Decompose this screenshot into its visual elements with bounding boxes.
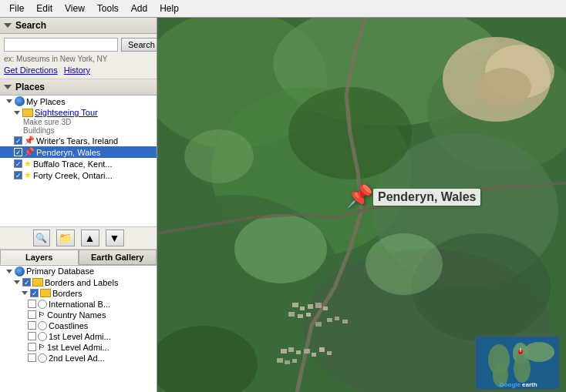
checkbox-country-names[interactable] <box>28 310 36 319</box>
expand-icon <box>14 111 20 115</box>
svg-point-11 <box>234 214 327 283</box>
layers-international[interactable]: International B... <box>0 299 157 310</box>
layers-coastlines[interactable]: Coastlines <box>0 320 157 331</box>
menu-add[interactable]: Add <box>125 2 153 15</box>
svg-rect-33 <box>312 353 316 357</box>
svg-rect-31 <box>296 350 301 354</box>
checkbox-international[interactable] <box>28 300 36 308</box>
svg-point-44 <box>524 342 554 362</box>
menu-bar: File Edit View Tools Add Help <box>0 0 566 18</box>
layers-1st-admin-circle[interactable]: 1st Level Admi... <box>0 331 157 342</box>
map-location-pin: 📌 <box>346 183 373 209</box>
svg-rect-20 <box>315 303 322 308</box>
layers-borders-labels[interactable]: Borders and Labels <box>0 277 157 288</box>
checkbox-borders-labels[interactable] <box>22 278 31 286</box>
1st-admin-circle-label: 1st Level Admi... <box>49 332 111 341</box>
places-writers-tears[interactable]: 📌 Writer's Tears, Ireland <box>0 135 157 146</box>
layers-1st-admin-flag[interactable]: 🏳 1st Level Admi... <box>0 342 157 353</box>
checkbox-2nd-admin[interactable] <box>28 353 36 362</box>
penderyn-wales-label: Penderyn, Wales <box>36 148 100 157</box>
search-places-button[interactable]: 🔍 <box>33 230 50 246</box>
writers-tears-label: Writer's Tears, Ireland <box>36 136 118 146</box>
places-collapse-icon[interactable] <box>4 85 12 89</box>
places-buffalo-trace[interactable]: ★ Buffalo Trace, Kent... <box>0 158 157 169</box>
svg-rect-38 <box>292 359 297 363</box>
search-hint: ex: Museums in New York, NY <box>4 55 153 63</box>
checkbox-forty-creek[interactable] <box>14 171 22 179</box>
history-link[interactable]: History <box>64 65 90 75</box>
borders-labels-label: Borders and Labels <box>45 278 118 287</box>
get-directions-link[interactable]: Get Directions <box>4 65 58 75</box>
borders-label: Borders <box>52 289 83 298</box>
layers-tree: Primary Database Borders and Labels Bord… <box>0 266 157 393</box>
svg-rect-32 <box>304 349 310 353</box>
my-places-label: My Places <box>26 97 66 106</box>
places-tree: My Places Sightseeing Tour Make sure 3D … <box>0 95 157 226</box>
map-container[interactable]: 📌 Penderyn, Wales Google <box>157 18 566 392</box>
nav-down-button[interactable]: ▼ <box>106 230 124 246</box>
svg-rect-18 <box>300 307 305 310</box>
folder-icon <box>22 109 33 117</box>
checkbox-borders[interactable] <box>30 289 39 297</box>
svg-point-16 <box>477 68 531 106</box>
layers-primary-db[interactable]: Primary Database <box>0 266 157 277</box>
checkbox-1st-admin-circle[interactable] <box>28 332 36 340</box>
search-header: Search <box>0 18 157 34</box>
svg-point-43 <box>514 355 531 383</box>
menu-help[interactable]: Help <box>153 2 185 15</box>
places-sightseeing-tour[interactable]: Sightseeing Tour <box>0 107 157 118</box>
sightseeing-sub2: Buildings <box>22 126 157 135</box>
menu-view[interactable]: View <box>59 2 91 15</box>
menu-tools[interactable]: Tools <box>91 2 125 15</box>
nav-up-button[interactable]: ▲ <box>81 230 99 246</box>
layers-borders[interactable]: Borders <box>0 288 157 299</box>
country-names-label: Country Names <box>47 310 106 320</box>
svg-rect-30 <box>288 347 294 352</box>
places-forty-creek[interactable]: ★ Forty Creek, Ontari... <box>0 169 157 181</box>
left-panel: Search Search ex: Museums in New York, N… <box>0 18 157 392</box>
mini-globe-svg: Google earth <box>476 337 560 390</box>
menu-file[interactable]: File <box>3 2 30 15</box>
main-container: Search Search ex: Museums in New York, N… <box>0 18 566 392</box>
places-my-places[interactable]: My Places <box>0 95 157 107</box>
search-button[interactable]: Search <box>121 38 157 52</box>
svg-rect-29 <box>281 349 287 353</box>
1st-admin-flag-label: 1st Level Admi... <box>47 343 109 352</box>
menu-edit[interactable]: Edit <box>30 2 59 15</box>
svg-rect-22 <box>288 312 295 317</box>
search-section: Search ex: Museums in New York, NY Get D… <box>0 34 157 79</box>
layers-country-names[interactable]: 🏳 Country Names <box>0 310 157 320</box>
checkbox-buffalo-trace[interactable] <box>14 159 22 168</box>
tab-earth-gallery[interactable]: Earth Gallery <box>79 250 157 265</box>
svg-rect-26 <box>335 317 339 320</box>
svg-rect-25 <box>327 318 332 322</box>
search-title: Search <box>15 20 46 31</box>
primary-db-label: Primary Database <box>26 266 94 276</box>
search-input-row: Search <box>4 38 153 52</box>
sightseeing-tour-label: Sightseeing Tour <box>35 108 98 117</box>
map-location-label: Penderyn, Wales <box>373 189 480 206</box>
primary-globe-icon <box>15 266 25 276</box>
borders-folder2-icon <box>40 289 51 297</box>
svg-text:Google: Google <box>499 381 521 388</box>
coastlines-label: Coastlines <box>49 321 88 330</box>
nav-row: 🔍 📁 ▲ ▼ <box>0 226 157 250</box>
tab-layers[interactable]: Layers <box>0 250 79 265</box>
checkbox-penderyn[interactable] <box>14 148 22 156</box>
folder-view-button[interactable]: 📁 <box>56 230 75 246</box>
svg-rect-21 <box>323 307 328 310</box>
search-input[interactable] <box>4 38 118 52</box>
checkbox-writers-tears[interactable] <box>14 136 22 145</box>
layers-tabs-row: Layers Earth Gallery <box>0 250 157 266</box>
expand-borders-icon <box>14 280 20 284</box>
checkbox-1st-admin-flag[interactable] <box>28 343 36 351</box>
svg-rect-36 <box>277 358 283 363</box>
expand-icon <box>6 99 12 103</box>
checkbox-coastlines[interactable] <box>28 321 36 330</box>
forty-creek-label: Forty Creek, Ontari... <box>33 171 113 180</box>
layers-2nd-admin[interactable]: 2nd Level Ad... <box>0 353 157 364</box>
places-penderyn-wales[interactable]: 📌 Penderyn, Wales <box>0 146 157 158</box>
svg-rect-35 <box>327 351 332 355</box>
borders-folder-icon <box>32 278 43 286</box>
search-collapse-icon[interactable] <box>4 23 12 28</box>
